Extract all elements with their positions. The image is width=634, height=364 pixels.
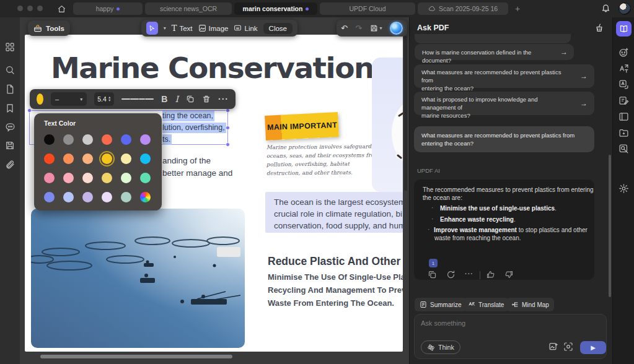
highlighted-paragraph[interactable]: The ocean is the largest ecosystem cruci… [265,192,403,233]
color-swatch[interactable] [44,192,55,202]
color-swatch[interactable] [63,154,74,164]
aquaculture-photo[interactable] [31,209,245,348]
selected-text-line[interactable]: lution, overfishing, [162,123,226,132]
color-swatch[interactable] [82,192,93,202]
color-swatch[interactable] [44,134,55,145]
suggested-question[interactable]: What measures are recommended to prevent… [414,64,594,88]
home-button[interactable] [53,2,69,15]
copy-answer-button[interactable] [428,270,437,279]
bold-button[interactable]: B [161,94,167,104]
redo-button[interactable]: ↷ [355,24,362,33]
ask-pdf-tool-button[interactable] [616,21,632,37]
file-organize-tool-button[interactable] [619,128,629,138]
annotations-panel-button[interactable] [5,122,15,132]
color-swatch[interactable] [121,134,131,145]
mind-map-button[interactable]: Mind Map [506,298,554,311]
color-swatch[interactable] [82,173,93,183]
thumbs-up-button[interactable] [486,270,495,279]
tab-marin-conservation[interactable]: marin conservation [234,2,317,15]
selected-text-line[interactable]: ts. [162,135,172,144]
color-swatch[interactable] [63,173,74,183]
color-swatch[interactable] [102,134,112,145]
ai-write-tool-button[interactable] [619,95,629,106]
window-close-button[interactable] [17,6,23,11]
link-tool-button[interactable]: Link [234,24,257,32]
thumbs-down-button[interactable] [504,270,514,279]
color-swatch[interactable] [102,192,112,202]
user-avatar[interactable] [619,2,631,15]
tab-happy[interactable]: happy [73,2,143,15]
align-button[interactable] [121,97,154,101]
clear-chat-button[interactable] [594,23,604,33]
plastic-bag-image[interactable] [372,58,403,192]
ai-chat-tool-button[interactable] [619,47,629,58]
tab-science-news[interactable]: science news_OCR [145,2,232,15]
color-swatch[interactable] [121,154,131,164]
thumbnails-panel-button[interactable] [5,42,15,52]
selection-handle[interactable] [226,126,230,130]
selected-text-line[interactable]: ting the ocean, [162,111,214,120]
color-swatch[interactable] [44,154,55,164]
reader-tool-button[interactable] [619,111,629,122]
tab-updf-cloud[interactable]: UPDF Cloud [320,2,415,15]
delete-button[interactable] [202,95,211,103]
add-image-button[interactable] [548,342,558,352]
suggested-question[interactable]: How is marine conservation defined in th… [415,44,574,60]
ai-search-tool-button[interactable] [619,144,629,154]
color-swatch[interactable] [140,173,151,183]
color-swatch[interactable] [63,192,74,202]
translate-tool-button[interactable] [619,63,629,74]
image-tool-button[interactable]: Image [198,24,229,32]
think-toggle[interactable]: Think [421,340,460,354]
attachments-panel-button[interactable] [5,160,15,170]
selection-handle[interactable] [27,108,32,113]
send-button[interactable]: ▶ [580,341,606,354]
color-swatch[interactable] [44,173,55,183]
suggested-question-partial[interactable] [415,34,571,43]
search-button[interactable] [5,65,15,75]
ai-assistant-button[interactable] [390,22,403,35]
ask-input[interactable] [421,319,594,327]
tab-scan[interactable]: Scan 2025-09-25 16 [418,2,508,15]
summarize-button[interactable]: Summarize [415,298,467,311]
font-family-select[interactable]: – ▾ [51,92,87,106]
undo-button[interactable]: ↶ [341,24,348,33]
new-tab-button[interactable]: + [512,3,523,14]
translate-button[interactable]: Translate [463,298,509,311]
close-toolbar-button[interactable]: Close [263,23,293,34]
color-swatch[interactable] [82,154,93,164]
color-swatch[interactable] [82,134,93,145]
duplicate-button[interactable] [186,95,195,103]
window-minimize-button[interactable] [27,6,33,11]
color-wheel-swatch[interactable] [140,192,151,202]
select-tool-chevron[interactable]: ▾ [164,25,166,31]
color-swatch-selected[interactable] [102,154,112,164]
suggested-question[interactable]: What is proposed to improve knowledge an… [414,92,594,115]
document-vertical-scrollbar[interactable] [404,36,407,191]
selection-handle[interactable] [226,108,230,113]
regenerate-button[interactable] [446,270,456,279]
tools-button[interactable]: Tools [28,20,70,36]
selection-handle[interactable] [226,142,230,147]
color-swatch[interactable] [121,192,131,202]
italic-button[interactable]: I [175,94,178,104]
more-options-button[interactable]: ··· [218,94,229,104]
translate-page-tool-button[interactable] [619,79,629,90]
color-swatch[interactable] [140,134,151,145]
color-swatch[interactable] [121,173,131,183]
select-tool-button[interactable] [146,22,158,35]
color-swatch[interactable] [102,173,112,183]
sticky-note[interactable]: MAIN IMPORTANT [265,112,339,141]
color-swatch[interactable] [63,134,74,145]
pages-panel-button[interactable] [5,84,15,94]
save-panel-button[interactable] [5,141,15,150]
text-color-button[interactable] [37,93,43,105]
screenshot-button[interactable] [563,342,573,352]
document-horizontal-scrollbar[interactable] [40,355,232,358]
more-actions-button[interactable]: ··· [465,270,473,277]
settings-button[interactable] [619,183,629,194]
panel-scrollbar[interactable] [609,155,611,297]
size-down-icon[interactable]: ▼ [108,99,111,102]
citation-badge[interactable]: 1 [429,259,438,267]
text-tool-button[interactable]: T Text [172,24,193,33]
